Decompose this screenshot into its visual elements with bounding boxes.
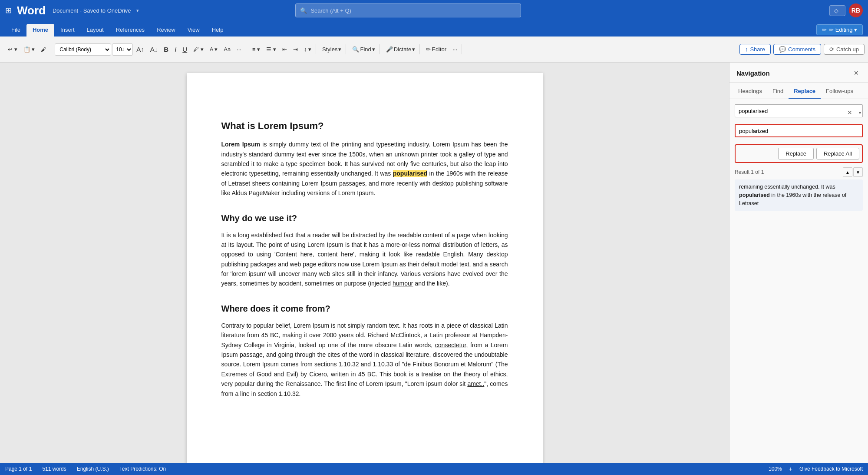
navigation-arrows: ▲ ▼ (843, 167, 863, 177)
undo-button[interactable]: ↩ ▾ (5, 44, 20, 54)
editor-button[interactable]: ✏ Editor (423, 44, 449, 54)
replace-buttons-group: Replace Replace All (735, 144, 863, 163)
decrease-indent-button[interactable]: ⇤ (280, 44, 290, 54)
finibus-text: Finibus Bonorum (413, 361, 459, 368)
tab-view[interactable]: View (182, 24, 206, 37)
navigation-panel: Navigation × Headings Find Replace Follo… (729, 63, 868, 463)
feedback-text[interactable]: Give Feedback to Microsoft (799, 466, 863, 472)
format-painter-button[interactable]: 🖌 (38, 44, 49, 54)
page-info: Page 1 of 1 (5, 466, 32, 472)
tab-review[interactable]: Review (151, 24, 182, 37)
paragraph-1: Lorem Ipsum is simply dummy text of the … (221, 140, 508, 198)
tab-help[interactable]: Help (206, 24, 230, 37)
paragraph-group: ≡ ▾ ☰ ▾ ⇤ ⇥ ↕ ▾ (248, 44, 316, 54)
global-search-bar[interactable]: 🔍 Search (Alt + Q) (295, 3, 521, 17)
styles-button[interactable]: Styles ▾ (320, 44, 344, 54)
nav-tabs: Headings Find Replace Follow-ups (729, 83, 868, 99)
highlight-button[interactable]: 🖊 ▾ (191, 44, 206, 54)
catch-up-button[interactable]: ⟳ Catch up (824, 44, 865, 55)
bold-button[interactable]: B (161, 44, 171, 55)
editor-label: Editor (432, 46, 446, 53)
tab-layout[interactable]: Layout (81, 24, 110, 37)
main-layout: What is Lorem Ipsum? Lorem Ipsum is simp… (0, 63, 868, 463)
ribbon-tabs: File Home Insert Layout References Revie… (0, 21, 868, 37)
user-avatar[interactable]: RB (849, 3, 863, 17)
clear-formatting-button[interactable]: Aa (221, 44, 233, 54)
result-preview: remaining essentially unchanged. It was … (735, 179, 863, 211)
doc-title[interactable]: Document - Saved to OneDrive (53, 7, 131, 14)
find-input[interactable] (735, 104, 863, 117)
editing-button[interactable]: ✏ ✏ Editing ▾ (816, 24, 863, 35)
doc-title-arrow[interactable]: ▾ (136, 8, 139, 13)
document-area[interactable]: What is Lorem Ipsum? Lorem Ipsum is simp… (0, 63, 729, 463)
bullets-button[interactable]: ≡ ▾ (250, 44, 263, 54)
nav-tab-followups[interactable]: Follow-ups (821, 85, 858, 99)
search-dropdown-icon[interactable]: ▾ (859, 110, 861, 115)
zoom-level: 100% (769, 466, 782, 472)
search-icon: 🔍 (300, 7, 307, 14)
preview-text: remaining essentially unchanged. It was (739, 184, 835, 190)
styles-label: Styles (322, 46, 337, 53)
next-result-button[interactable]: ▼ (853, 167, 863, 177)
diamond-icon: ◇ (834, 7, 838, 14)
more-formatting-button[interactable]: ··· (234, 44, 244, 54)
language-info: English (U.S.) (77, 466, 109, 472)
editing-label: ✏ Editing ▾ (829, 27, 857, 33)
edit-pencil-icon: ✏ (822, 27, 827, 33)
tab-references[interactable]: References (110, 24, 151, 37)
font-size-selector[interactable]: 10.5 (112, 43, 133, 56)
status-right: 100% + Give Feedback to Microsoft (769, 465, 863, 472)
replace-all-button[interactable]: Replace All (816, 148, 859, 159)
underline-button[interactable]: U (180, 44, 190, 55)
go-premium-button[interactable]: ◇ (829, 5, 845, 16)
comments-button[interactable]: 💬 Comments (773, 44, 821, 55)
zoom-in-button[interactable]: + (789, 465, 792, 472)
lorem-ipsum-bold: Lorem Ipsum (221, 141, 260, 148)
nav-tab-headings[interactable]: Headings (733, 85, 767, 99)
nav-header: Navigation × (729, 63, 868, 83)
comments-label: Comments (788, 46, 815, 53)
document-page[interactable]: What is Lorem Ipsum? Lorem Ipsum is simp… (187, 73, 543, 463)
find-label: Find (360, 46, 371, 53)
font-selector[interactable]: Calibri (Body) (55, 43, 111, 56)
catch-up-label: Catch up (836, 46, 859, 53)
nav-tab-find[interactable]: Find (767, 85, 789, 99)
more-options-button[interactable]: ··· (450, 44, 460, 54)
editor-group: ✏ Editor ··· (422, 44, 462, 54)
dictate-button[interactable]: 🎤 Dictate ▾ (383, 44, 418, 54)
find-button[interactable]: 🔍 Find ▾ (350, 44, 377, 54)
font-group: Calibri (Body) 10.5 A↑ A↓ B I U 🖊 ▾ A ▾ … (53, 43, 246, 56)
paragraph-spacing-button[interactable]: ↕ ▾ (301, 44, 314, 54)
nav-close-button[interactable]: × (851, 68, 861, 79)
paragraph-3: Contrary to popular belief, Lorem Ipsum … (221, 321, 508, 399)
clear-search-icon[interactable]: ✕ (847, 109, 852, 116)
share-icon: ↑ (745, 46, 748, 53)
replace-input[interactable] (735, 124, 863, 137)
clipboard-button[interactable]: 📋 ▾ (21, 44, 38, 54)
waffle-icon[interactable]: ⊞ (5, 6, 12, 15)
font-color-button[interactable]: A ▾ (207, 44, 221, 54)
replace-button[interactable]: Replace (778, 148, 814, 159)
increase-indent-button[interactable]: ⇥ (290, 44, 300, 54)
italic-button[interactable]: I (172, 44, 179, 55)
prev-result-button[interactable]: ▲ (843, 167, 852, 177)
heading-why-use: Why do we use it? (221, 211, 508, 225)
status-bar: Page 1 of 1 511 words English (U.S.) Tex… (0, 463, 868, 475)
tab-insert[interactable]: Insert (54, 24, 81, 37)
increase-font-button[interactable]: A↑ (134, 44, 147, 55)
tab-file[interactable]: File (5, 24, 26, 37)
consectetur-text: consectetur (435, 342, 466, 349)
ribbon-toolbar: ↩ ▾ 📋 ▾ 🖌 Calibri (Body) 10.5 A↑ A↓ B I … (0, 37, 868, 63)
decrease-font-button[interactable]: A↓ (148, 44, 161, 55)
title-bar-right: ◇ RB (829, 3, 863, 17)
share-button[interactable]: ↑ Share (739, 44, 771, 55)
find-group: 🔍 Find ▾ (348, 44, 380, 54)
nav-title: Navigation (736, 70, 770, 77)
word-count: 511 words (42, 466, 66, 472)
highlighted-word: popularised (393, 170, 427, 177)
nav-tab-replace[interactable]: Replace (789, 85, 821, 99)
tab-home[interactable]: Home (26, 24, 54, 37)
comment-icon: 💬 (779, 46, 786, 53)
numbering-button[interactable]: ☰ ▾ (264, 44, 279, 54)
heading-where-from: Where does it come from? (221, 302, 508, 316)
